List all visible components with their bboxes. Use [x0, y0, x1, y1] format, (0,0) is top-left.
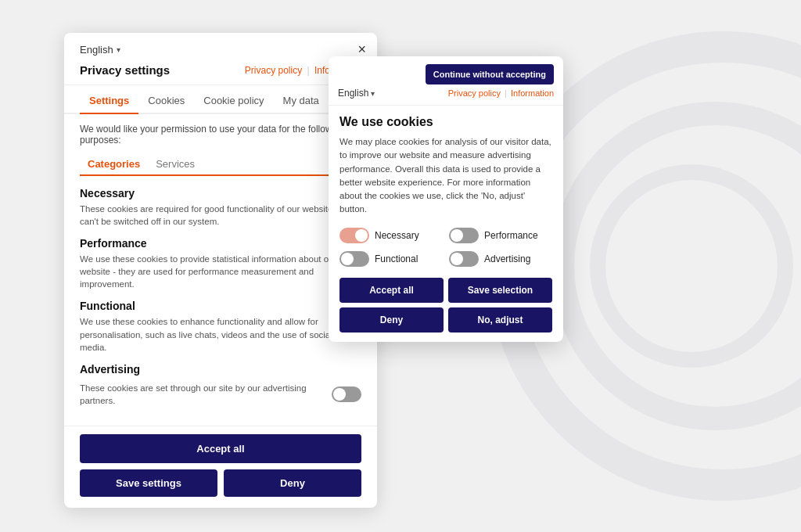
- functional-title: Functional: [80, 300, 361, 312]
- advertising-toggle[interactable]: [332, 386, 361, 402]
- advertising-popup-toggle[interactable]: [449, 251, 479, 267]
- section-advertising: Advertising These cookies are set throug…: [80, 363, 361, 407]
- popup-link-separator: |: [505, 88, 507, 98]
- advertising-title: Advertising: [80, 363, 140, 376]
- popup-information-link[interactable]: Information: [511, 88, 554, 98]
- popup-language-selector[interactable]: English ▾: [338, 88, 375, 99]
- performance-toggle[interactable]: [449, 228, 479, 243]
- bg-circle-mid: [551, 102, 801, 430]
- necessary-toggle[interactable]: [339, 228, 369, 243]
- advertising-popup-toggle-track: [449, 251, 479, 267]
- close-button[interactable]: ×: [357, 42, 366, 56]
- tab-my-data[interactable]: My data: [274, 87, 329, 114]
- popup-toggle-advertising: Advertising: [449, 251, 552, 267]
- advertising-toggle-track: [332, 386, 361, 402]
- popup-header-links: Privacy policy | Information: [448, 88, 554, 98]
- advertising-toggle-thumb: [333, 388, 346, 401]
- popup-action-buttons: Accept all Save selection Deny No, adjus…: [339, 278, 552, 332]
- necessary-desc: These cookies are required for good func…: [80, 203, 361, 228]
- popup-toggles-grid: Necessary Performance Functional: [339, 228, 552, 267]
- advertising-desc: These cookies are set through our site b…: [80, 382, 324, 407]
- bg-circle-inner: [590, 164, 793, 368]
- popup-toggle-necessary: Necessary: [339, 228, 443, 243]
- popup-top-bar: Continue without accepting: [329, 56, 563, 84]
- continue-without-accepting-button[interactable]: Continue without accepting: [426, 64, 554, 84]
- necessary-toggle-thumb: [355, 229, 368, 242]
- functional-toggle-label: Functional: [375, 253, 418, 264]
- popup-privacy-policy-link[interactable]: Privacy policy: [448, 88, 501, 98]
- sub-tabs: Categories Services: [80, 153, 361, 176]
- popup-toggle-performance: Performance: [449, 228, 552, 243]
- panel-title: Privacy settings: [80, 63, 170, 77]
- popup-no-adjust-button[interactable]: No, adjust: [448, 307, 552, 332]
- performance-title: Performance: [80, 237, 361, 250]
- privacy-policy-link[interactable]: Privacy policy: [245, 65, 302, 76]
- popup-body: We use cookies We may place cookies for …: [329, 106, 563, 342]
- necessary-title: Necessary: [80, 187, 361, 200]
- language-chevron-icon: ▾: [117, 45, 120, 54]
- functional-toggle[interactable]: [339, 251, 369, 267]
- popup-language-chevron-icon: ▾: [371, 89, 375, 98]
- deny-button[interactable]: Deny: [224, 469, 361, 497]
- link-separator: |: [307, 65, 310, 76]
- performance-desc: We use these cookies to provide statisti…: [80, 253, 361, 290]
- panel-footer: Accept all Save settings Deny: [64, 426, 377, 508]
- section-necessary: Necessary These cookies are required for…: [80, 187, 361, 228]
- popup-language-label: English: [338, 88, 368, 99]
- tab-settings[interactable]: Settings: [80, 87, 138, 114]
- advertising-popup-toggle-thumb: [451, 253, 463, 265]
- performance-toggle-label: Performance: [484, 230, 538, 241]
- popup-toggle-functional: Functional: [339, 251, 443, 267]
- panel-description: We would like your permission to use you…: [80, 124, 361, 146]
- section-functional: Functional We use these cookies to enhan…: [80, 300, 361, 353]
- popup-sub-header: English ▾ Privacy policy | Information: [329, 84, 563, 106]
- popup-save-selection-button[interactable]: Save selection: [448, 278, 552, 303]
- popup-description: We may place cookies for analysis of our…: [339, 135, 552, 217]
- accept-all-button[interactable]: Accept all: [80, 434, 361, 463]
- functional-toggle-thumb: [341, 253, 354, 265]
- popup-accept-all-button[interactable]: Accept all: [339, 278, 444, 303]
- tab-cookie-policy[interactable]: Cookie policy: [194, 87, 273, 114]
- sub-tab-services[interactable]: Services: [148, 153, 203, 174]
- advertising-row: Advertising: [80, 363, 361, 379]
- advertising-toggle-label: Advertising: [484, 253, 530, 264]
- save-settings-button[interactable]: Save settings: [80, 469, 217, 497]
- necessary-toggle-track: [339, 228, 369, 243]
- language-label: English: [80, 44, 113, 56]
- performance-toggle-thumb: [451, 229, 463, 242]
- footer-button-row: Save settings Deny: [80, 469, 361, 497]
- cookie-consent-popup: Continue without accepting English ▾ Pri…: [329, 56, 563, 342]
- performance-toggle-track: [449, 228, 479, 243]
- functional-toggle-track: [339, 251, 369, 267]
- sub-tab-categories[interactable]: Categories: [80, 153, 148, 174]
- section-performance: Performance We use these cookies to prov…: [80, 237, 361, 290]
- popup-deny-button[interactable]: Deny: [339, 307, 444, 332]
- functional-desc: We use these cookies to enhance function…: [80, 315, 361, 353]
- popup-title: We use cookies: [339, 115, 552, 129]
- necessary-toggle-label: Necessary: [375, 230, 419, 241]
- tab-cookies[interactable]: Cookies: [138, 87, 194, 114]
